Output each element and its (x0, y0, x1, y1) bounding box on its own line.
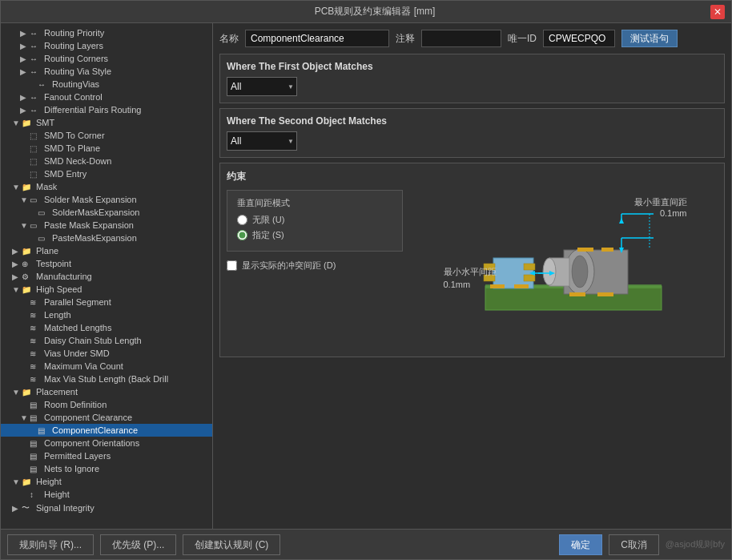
tree-icon-nets-to-ignore: ▤ (30, 465, 42, 473)
tree-icon-routing-via-style: ↔ (30, 67, 42, 76)
tree-item-routing-priority[interactable]: ▶ ↔ Routing Priority (1, 26, 212, 39)
tree-item-vias-under-smd[interactable]: ≋ Vias Under SMD (1, 347, 212, 360)
tree-label-max-via-count: Maximum Via Count (44, 361, 123, 371)
where-first-select-wrapper: All Net Net Class Layer Custom Query (227, 77, 297, 96)
tree-arrow-routing-priority: ▶ (20, 29, 30, 38)
tree-item-routing-corners[interactable]: ▶ ↔ Routing Corners (1, 52, 212, 65)
test-button[interactable]: 测试语句 (621, 30, 678, 47)
wizard-button[interactable]: 规则向导 (R)... (7, 534, 94, 555)
tree-item-smd-entry[interactable]: ⬚ SMD Entry (1, 167, 212, 180)
tree-item-testpoint[interactable]: ▶ ⊕ Testpoint (1, 257, 212, 270)
tree-item-max-via-count[interactable]: ≋ Maximum Via Count (1, 360, 212, 373)
where-first-row: All Net Net Class Layer Custom Query (227, 77, 718, 96)
tree-item-routing-vias[interactable]: ↔ RoutingVias (1, 78, 212, 91)
vert-gap-mode-title: 垂直间距模式 (237, 197, 392, 209)
tree-item-placement[interactable]: ▼ 📁 Placement (1, 385, 212, 398)
tree-label-length: Length (44, 310, 71, 320)
tree-icon-plane: 📁 (22, 247, 34, 256)
tree-item-component-clearance[interactable]: ▼ ▤ Component Clearance (1, 411, 212, 424)
tree-label-plane: Plane (36, 246, 58, 256)
where-first-select[interactable]: All Net Net Class Layer Custom Query (227, 77, 297, 96)
tree-label-routing-layers: Routing Layers (44, 41, 103, 50)
where-second-section: Where The Second Object Matches All Net … (219, 108, 725, 158)
where-first-title: Where The First Object Matches (227, 61, 718, 72)
tree-item-routing-via-style[interactable]: ▶ ↔ Routing Via Style (1, 65, 212, 78)
show-actual-label: 显示实际的冲突间距 (D) (242, 260, 336, 272)
tree-item-parallel-segment[interactable]: ≋ Parallel Segment (1, 296, 212, 308)
tree-item-length[interactable]: ≋ Length (1, 308, 212, 321)
tree-item-routing-layers[interactable]: ▶ ↔ Routing Layers (1, 39, 212, 52)
tree-icon-permitted-layers: ▤ (30, 452, 42, 461)
tree-item-solder-mask-exp[interactable]: ▼ ▭ Solder Mask Expansion (1, 193, 212, 206)
tree-icon-length: ≋ (30, 311, 42, 320)
tree-label-solder-mask-exp-child: SolderMaskExpansion (52, 207, 139, 217)
tree-icon-testpoint: ⊕ (22, 260, 34, 268)
tree-item-component-orientations[interactable]: ▤ Component Orientations (1, 437, 212, 449)
tree-item-smd-plane[interactable]: ⬚ SMD To Plane (1, 142, 212, 155)
tree-item-smt[interactable]: ▼ 📁 SMT (1, 116, 212, 129)
tree-arrow-paste-mask-exp-child (28, 234, 38, 243)
tree-item-mask[interactable]: ▼ 📁 Mask (1, 180, 212, 193)
tree-arrow-mask: ▼ (12, 183, 22, 191)
radio-specified[interactable] (237, 230, 247, 240)
tree-item-max-via-stub[interactable]: ≋ Max Via Stub Length (Back Drill (1, 373, 212, 385)
tree-item-fanout-control[interactable]: ▶ ↔ Fanout Control (1, 91, 212, 103)
tree-label-parallel-segment: Parallel Segment (44, 297, 111, 307)
tree-arrow-permitted-layers (20, 452, 30, 461)
tree-label-paste-mask-exp-child: PasteMaskExpansion (52, 233, 137, 243)
tree-item-height-child[interactable]: ↕ Height (1, 488, 212, 501)
comment-input[interactable] (421, 30, 501, 47)
tree-panel: ▶ ↔ Routing Priority ▶ ↔ Routing Layers … (1, 23, 213, 529)
tree-label-smt: SMT (36, 118, 54, 127)
show-actual-checkbox[interactable] (227, 260, 237, 271)
tree-item-height[interactable]: ▼ 📁 Height (1, 475, 212, 488)
tree-item-nets-to-ignore[interactable]: ▤ Nets to Ignore (1, 462, 212, 475)
tree-item-smd-corner[interactable]: ⬚ SMD To Corner (1, 129, 212, 142)
tree-item-paste-mask-exp[interactable]: ▼ ▭ Paste Mask Expansion (1, 219, 212, 232)
tree-arrow-plane: ▶ (12, 247, 22, 256)
tree-item-solder-mask-exp-child[interactable]: ▭ SolderMaskExpansion (1, 206, 212, 219)
tree-arrow-routing-via-style: ▶ (20, 67, 30, 76)
bottom-bar: 规则向导 (R)... 优先级 (P)... 创建默认规则 (C) 确定 C取消… (1, 529, 731, 559)
priority-button[interactable]: 优先级 (P)... (100, 534, 176, 555)
min-horiz-label-area: 最小水平间距 0.1mm (444, 266, 497, 289)
tree-item-matched-lengths[interactable]: ≋ Matched Lengths (1, 321, 212, 334)
tree-item-permitted-layers[interactable]: ▤ Permitted Layers (1, 449, 212, 462)
tree-item-signal-integrity[interactable]: ▶ 〜 Signal Integrity (1, 501, 212, 515)
where-second-select-wrapper: All Net Net Class Layer Custom Query (227, 131, 297, 151)
rule-header: 名称 注释 唯一ID 测试语句 (219, 30, 725, 47)
svg-rect-6 (524, 264, 535, 270)
tree-label-max-via-stub: Max Via Stub Length (Back Drill (44, 374, 168, 384)
tree-icon-signal-integrity: 〜 (22, 502, 34, 514)
tree-item-high-speed[interactable]: ▼ 📁 High Speed (1, 283, 212, 296)
tree-arrow-component-clearance-child (28, 426, 38, 435)
tree-arrow-placement: ▼ (12, 388, 22, 397)
tree-arrow-fanout-control: ▶ (20, 93, 30, 102)
radio-unlimited[interactable] (237, 215, 247, 225)
ok-button[interactable]: 确定 (559, 534, 602, 555)
svg-rect-3 (493, 258, 533, 288)
close-button[interactable]: ✕ (710, 5, 725, 19)
tree-arrow-solder-mask-exp: ▼ (20, 195, 30, 204)
tree-icon-mask: 📁 (22, 183, 34, 191)
where-second-select[interactable]: All Net Net Class Layer Custom Query (227, 131, 297, 151)
cancel-button[interactable]: C取消 (609, 534, 659, 555)
tree-item-component-clearance-child[interactable]: ▤ ComponentClearance (1, 424, 212, 437)
tree-label-signal-integrity: Signal Integrity (36, 503, 95, 513)
tree-item-smd-neckdown[interactable]: ⬚ SMD Neck-Down (1, 155, 212, 167)
tree-item-plane[interactable]: ▶ 📁 Plane (1, 244, 212, 257)
tree-item-diff-pairs[interactable]: ▶ ↔ Differential Pairs Routing (1, 103, 212, 116)
tree-item-manufacturing[interactable]: ▶ ⚙ Manufacturing (1, 270, 212, 283)
tree-icon-solder-mask-exp: ▭ (30, 195, 42, 204)
tree-icon-routing-layers: ↔ (30, 42, 42, 50)
rule-name-input[interactable] (245, 30, 389, 47)
radio-unlimited-label: 无限 (U) (252, 214, 284, 226)
create-default-button[interactable]: 创建默认规则 (C) (183, 534, 280, 555)
tree-label-mask: Mask (36, 182, 57, 191)
tree-item-room-definition[interactable]: ▤ Room Definition (1, 398, 212, 411)
tree-item-paste-mask-exp-child[interactable]: ▭ PasteMaskExpansion (1, 232, 212, 244)
tree-icon-placement: 📁 (22, 388, 34, 397)
tree-item-daisy-chain[interactable]: ≋ Daisy Chain Stub Length (1, 334, 212, 347)
tree-icon-smt: 📁 (22, 119, 34, 127)
uid-input[interactable] (543, 30, 615, 47)
